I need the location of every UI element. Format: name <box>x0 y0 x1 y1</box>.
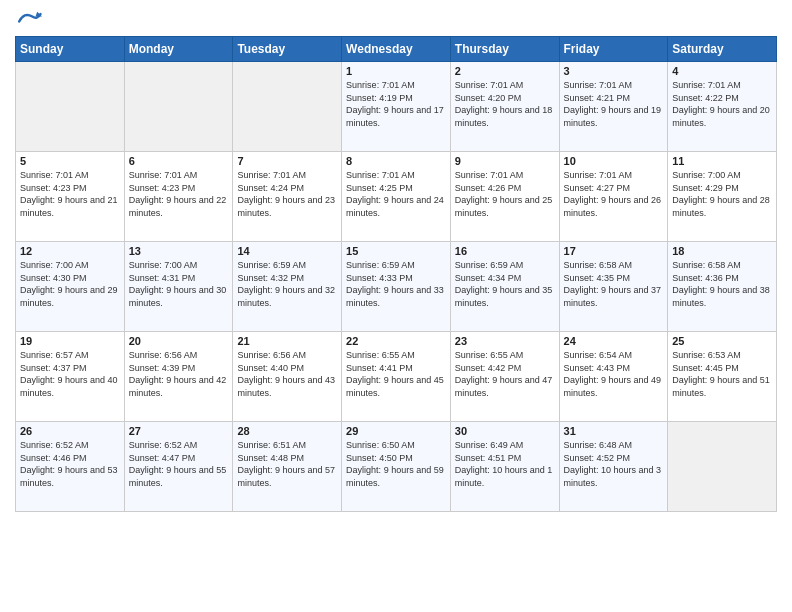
day-number: 4 <box>672 65 772 77</box>
calendar: SundayMondayTuesdayWednesdayThursdayFrid… <box>15 36 777 512</box>
day-info: Sunrise: 7:01 AM Sunset: 4:26 PM Dayligh… <box>455 169 555 219</box>
calendar-cell: 3Sunrise: 7:01 AM Sunset: 4:21 PM Daylig… <box>559 62 668 152</box>
day-info: Sunrise: 7:00 AM Sunset: 4:30 PM Dayligh… <box>20 259 120 309</box>
calendar-cell: 14Sunrise: 6:59 AM Sunset: 4:32 PM Dayli… <box>233 242 342 332</box>
day-number: 18 <box>672 245 772 257</box>
calendar-cell: 31Sunrise: 6:48 AM Sunset: 4:52 PM Dayli… <box>559 422 668 512</box>
calendar-cell: 18Sunrise: 6:58 AM Sunset: 4:36 PM Dayli… <box>668 242 777 332</box>
day-info: Sunrise: 6:58 AM Sunset: 4:36 PM Dayligh… <box>672 259 772 309</box>
calendar-cell: 17Sunrise: 6:58 AM Sunset: 4:35 PM Dayli… <box>559 242 668 332</box>
day-info: Sunrise: 7:01 AM Sunset: 4:24 PM Dayligh… <box>237 169 337 219</box>
calendar-cell: 24Sunrise: 6:54 AM Sunset: 4:43 PM Dayli… <box>559 332 668 422</box>
day-number: 25 <box>672 335 772 347</box>
day-info: Sunrise: 7:01 AM Sunset: 4:19 PM Dayligh… <box>346 79 446 129</box>
calendar-cell: 4Sunrise: 7:01 AM Sunset: 4:22 PM Daylig… <box>668 62 777 152</box>
calendar-week-4: 19Sunrise: 6:57 AM Sunset: 4:37 PM Dayli… <box>16 332 777 422</box>
calendar-cell <box>124 62 233 152</box>
col-header-saturday: Saturday <box>668 37 777 62</box>
day-info: Sunrise: 7:01 AM Sunset: 4:23 PM Dayligh… <box>129 169 229 219</box>
day-number: 23 <box>455 335 555 347</box>
day-number: 15 <box>346 245 446 257</box>
day-info: Sunrise: 7:01 AM Sunset: 4:21 PM Dayligh… <box>564 79 664 129</box>
day-number: 7 <box>237 155 337 167</box>
calendar-cell: 29Sunrise: 6:50 AM Sunset: 4:50 PM Dayli… <box>342 422 451 512</box>
calendar-cell <box>16 62 125 152</box>
calendar-week-5: 26Sunrise: 6:52 AM Sunset: 4:46 PM Dayli… <box>16 422 777 512</box>
day-number: 8 <box>346 155 446 167</box>
day-info: Sunrise: 6:58 AM Sunset: 4:35 PM Dayligh… <box>564 259 664 309</box>
calendar-cell: 19Sunrise: 6:57 AM Sunset: 4:37 PM Dayli… <box>16 332 125 422</box>
day-number: 5 <box>20 155 120 167</box>
calendar-week-1: 1Sunrise: 7:01 AM Sunset: 4:19 PM Daylig… <box>16 62 777 152</box>
day-number: 19 <box>20 335 120 347</box>
day-number: 20 <box>129 335 229 347</box>
calendar-cell: 8Sunrise: 7:01 AM Sunset: 4:25 PM Daylig… <box>342 152 451 242</box>
calendar-cell: 11Sunrise: 7:00 AM Sunset: 4:29 PM Dayli… <box>668 152 777 242</box>
day-number: 12 <box>20 245 120 257</box>
day-info: Sunrise: 6:52 AM Sunset: 4:46 PM Dayligh… <box>20 439 120 489</box>
calendar-cell: 6Sunrise: 7:01 AM Sunset: 4:23 PM Daylig… <box>124 152 233 242</box>
day-number: 11 <box>672 155 772 167</box>
col-header-tuesday: Tuesday <box>233 37 342 62</box>
day-info: Sunrise: 6:56 AM Sunset: 4:40 PM Dayligh… <box>237 349 337 399</box>
calendar-cell: 28Sunrise: 6:51 AM Sunset: 4:48 PM Dayli… <box>233 422 342 512</box>
calendar-cell: 27Sunrise: 6:52 AM Sunset: 4:47 PM Dayli… <box>124 422 233 512</box>
day-number: 26 <box>20 425 120 437</box>
day-number: 17 <box>564 245 664 257</box>
logo-icon <box>15 10 43 28</box>
day-number: 30 <box>455 425 555 437</box>
day-info: Sunrise: 7:01 AM Sunset: 4:20 PM Dayligh… <box>455 79 555 129</box>
day-number: 21 <box>237 335 337 347</box>
calendar-cell: 16Sunrise: 6:59 AM Sunset: 4:34 PM Dayli… <box>450 242 559 332</box>
calendar-week-2: 5Sunrise: 7:01 AM Sunset: 4:23 PM Daylig… <box>16 152 777 242</box>
day-info: Sunrise: 6:48 AM Sunset: 4:52 PM Dayligh… <box>564 439 664 489</box>
day-info: Sunrise: 6:56 AM Sunset: 4:39 PM Dayligh… <box>129 349 229 399</box>
page: SundayMondayTuesdayWednesdayThursdayFrid… <box>0 0 792 612</box>
day-info: Sunrise: 7:01 AM Sunset: 4:25 PM Dayligh… <box>346 169 446 219</box>
calendar-header-row: SundayMondayTuesdayWednesdayThursdayFrid… <box>16 37 777 62</box>
calendar-cell: 12Sunrise: 7:00 AM Sunset: 4:30 PM Dayli… <box>16 242 125 332</box>
day-info: Sunrise: 6:53 AM Sunset: 4:45 PM Dayligh… <box>672 349 772 399</box>
day-info: Sunrise: 6:55 AM Sunset: 4:41 PM Dayligh… <box>346 349 446 399</box>
day-number: 13 <box>129 245 229 257</box>
calendar-cell: 10Sunrise: 7:01 AM Sunset: 4:27 PM Dayli… <box>559 152 668 242</box>
day-number: 24 <box>564 335 664 347</box>
col-header-monday: Monday <box>124 37 233 62</box>
col-header-friday: Friday <box>559 37 668 62</box>
day-number: 14 <box>237 245 337 257</box>
calendar-cell <box>233 62 342 152</box>
day-info: Sunrise: 6:57 AM Sunset: 4:37 PM Dayligh… <box>20 349 120 399</box>
day-info: Sunrise: 6:59 AM Sunset: 4:32 PM Dayligh… <box>237 259 337 309</box>
col-header-wednesday: Wednesday <box>342 37 451 62</box>
calendar-cell: 21Sunrise: 6:56 AM Sunset: 4:40 PM Dayli… <box>233 332 342 422</box>
day-info: Sunrise: 7:00 AM Sunset: 4:29 PM Dayligh… <box>672 169 772 219</box>
day-info: Sunrise: 7:01 AM Sunset: 4:22 PM Dayligh… <box>672 79 772 129</box>
day-info: Sunrise: 7:00 AM Sunset: 4:31 PM Dayligh… <box>129 259 229 309</box>
header <box>15 10 777 28</box>
day-number: 10 <box>564 155 664 167</box>
day-info: Sunrise: 6:54 AM Sunset: 4:43 PM Dayligh… <box>564 349 664 399</box>
calendar-cell: 13Sunrise: 7:00 AM Sunset: 4:31 PM Dayli… <box>124 242 233 332</box>
calendar-cell: 20Sunrise: 6:56 AM Sunset: 4:39 PM Dayli… <box>124 332 233 422</box>
logo <box>15 10 45 28</box>
col-header-thursday: Thursday <box>450 37 559 62</box>
day-info: Sunrise: 6:55 AM Sunset: 4:42 PM Dayligh… <box>455 349 555 399</box>
day-number: 1 <box>346 65 446 77</box>
calendar-cell: 30Sunrise: 6:49 AM Sunset: 4:51 PM Dayli… <box>450 422 559 512</box>
calendar-cell: 22Sunrise: 6:55 AM Sunset: 4:41 PM Dayli… <box>342 332 451 422</box>
col-header-sunday: Sunday <box>16 37 125 62</box>
calendar-cell: 15Sunrise: 6:59 AM Sunset: 4:33 PM Dayli… <box>342 242 451 332</box>
day-info: Sunrise: 6:59 AM Sunset: 4:33 PM Dayligh… <box>346 259 446 309</box>
day-number: 31 <box>564 425 664 437</box>
calendar-cell: 26Sunrise: 6:52 AM Sunset: 4:46 PM Dayli… <box>16 422 125 512</box>
day-number: 27 <box>129 425 229 437</box>
day-info: Sunrise: 6:49 AM Sunset: 4:51 PM Dayligh… <box>455 439 555 489</box>
calendar-cell: 25Sunrise: 6:53 AM Sunset: 4:45 PM Dayli… <box>668 332 777 422</box>
day-number: 3 <box>564 65 664 77</box>
day-info: Sunrise: 6:50 AM Sunset: 4:50 PM Dayligh… <box>346 439 446 489</box>
day-number: 6 <box>129 155 229 167</box>
calendar-cell: 1Sunrise: 7:01 AM Sunset: 4:19 PM Daylig… <box>342 62 451 152</box>
calendar-cell: 2Sunrise: 7:01 AM Sunset: 4:20 PM Daylig… <box>450 62 559 152</box>
day-info: Sunrise: 7:01 AM Sunset: 4:23 PM Dayligh… <box>20 169 120 219</box>
day-info: Sunrise: 6:59 AM Sunset: 4:34 PM Dayligh… <box>455 259 555 309</box>
